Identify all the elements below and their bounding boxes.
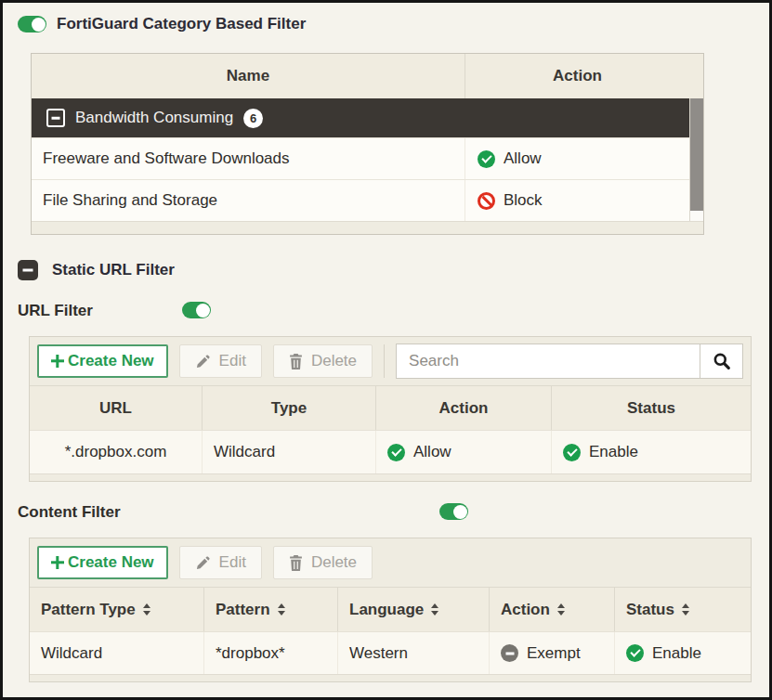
- pattern-type-cell: Wildcard: [30, 632, 204, 674]
- collapse-section-icon[interactable]: [18, 260, 38, 280]
- sort-icon[interactable]: [557, 603, 565, 616]
- create-new-label: Create New: [68, 553, 154, 572]
- url-filter-toggle[interactable]: [182, 302, 211, 318]
- block-icon: [478, 192, 495, 210]
- sort-icon[interactable]: [682, 603, 689, 616]
- pencil-icon: [195, 555, 211, 571]
- table-row[interactable]: Freeware and Software Downloads Allow: [32, 137, 689, 179]
- table-footer-strip: [32, 221, 703, 234]
- url-filter-table: URL Type Action Status *.dropbox.com Wil…: [30, 385, 751, 481]
- create-new-button[interactable]: Create New: [37, 344, 168, 378]
- column-header-status: Status: [552, 386, 751, 430]
- pattern-cell: *dropbox*: [204, 632, 338, 674]
- status-cell: Enable: [589, 443, 638, 461]
- content-filter-label: Content Filter: [18, 503, 121, 521]
- fortiguard-section-header: FortiGuard Category Based Filter: [18, 15, 769, 33]
- language-cell: Western: [338, 632, 490, 674]
- column-header-action: Action: [376, 386, 552, 430]
- delete-button[interactable]: Delete: [273, 546, 373, 579]
- enable-icon: [626, 644, 644, 662]
- column-header-name: Name: [32, 54, 465, 98]
- status-cell: Enable: [652, 644, 701, 663]
- content-table-header: Pattern Type Pattern Language Action Sta…: [30, 587, 751, 631]
- vertical-scrollbar[interactable]: [689, 98, 703, 221]
- delete-label: Delete: [311, 553, 357, 572]
- table-footer-strip: [30, 674, 751, 681]
- edit-button[interactable]: Edit: [179, 546, 262, 579]
- exempt-icon: [501, 644, 518, 662]
- table-footer-strip: [30, 473, 751, 481]
- table-row[interactable]: *.dropbox.com Wildcard Allow Enable: [30, 430, 751, 473]
- category-table-header: Name Action: [32, 54, 703, 98]
- column-header-url: URL: [30, 386, 203, 430]
- column-header-pattern-type[interactable]: Pattern Type: [30, 588, 204, 631]
- column-header-type: Type: [203, 386, 376, 430]
- create-new-label: Create New: [68, 352, 154, 370]
- allow-icon: [478, 150, 495, 168]
- search-box: [396, 344, 743, 379]
- sort-icon[interactable]: [143, 603, 150, 616]
- category-action: Allow: [504, 149, 542, 168]
- search-button[interactable]: [700, 344, 742, 378]
- category-name: File Sharing and Storage: [32, 180, 465, 221]
- category-group-label: Bandwidth Consuming: [75, 109, 233, 127]
- action-cell: Exempt: [527, 644, 581, 663]
- search-icon: [713, 352, 731, 370]
- type-cell: Wildcard: [203, 431, 376, 473]
- scrollbar-thumb[interactable]: [690, 98, 703, 211]
- content-filter-toggle[interactable]: [439, 503, 468, 520]
- category-name: Freeware and Software Downloads: [32, 138, 465, 179]
- create-new-button[interactable]: Create New: [37, 546, 168, 579]
- action-cell: Allow: [413, 443, 451, 461]
- url-filter-label: URL Filter: [18, 302, 93, 319]
- edit-label: Edit: [219, 553, 246, 572]
- toolbar-divider: [384, 344, 385, 378]
- category-table: Name Action Bandwidth Consuming 6 Freewa…: [31, 53, 704, 235]
- column-header-action: Action: [465, 54, 689, 98]
- url-filter-panel: Create New Edit Delete URL Type: [29, 336, 752, 482]
- allow-icon: [387, 444, 405, 461]
- column-header-status[interactable]: Status: [615, 588, 751, 631]
- pencil-icon: [195, 354, 211, 369]
- plus-icon: [51, 355, 64, 368]
- content-filter-table: Pattern Type Pattern Language Action Sta…: [30, 587, 751, 681]
- collapse-group-icon[interactable]: [46, 109, 65, 127]
- table-row[interactable]: Wildcard *dropbox* Western Exempt Enable: [30, 631, 751, 674]
- content-filter-toolbar: Create New Edit Delete: [30, 538, 751, 587]
- url-cell: *.dropbox.com: [30, 431, 203, 473]
- column-header-pattern[interactable]: Pattern: [204, 588, 338, 631]
- category-group-row[interactable]: Bandwidth Consuming 6: [32, 98, 689, 137]
- fortiguard-toggle[interactable]: [18, 16, 46, 32]
- trash-icon: [289, 354, 303, 369]
- plus-icon: [51, 556, 64, 569]
- enable-icon: [563, 444, 581, 461]
- content-filter-panel: Create New Edit Delete Pattern Type Patt…: [29, 538, 752, 682]
- category-table-body: Bandwidth Consuming 6 Freeware and Softw…: [32, 98, 703, 221]
- delete-label: Delete: [311, 352, 357, 370]
- static-url-section-title: Static URL Filter: [52, 261, 175, 279]
- url-table-header: URL Type Action Status: [30, 385, 751, 430]
- search-input[interactable]: [397, 344, 700, 378]
- sort-icon[interactable]: [278, 603, 285, 616]
- delete-button[interactable]: Delete: [273, 344, 373, 378]
- url-filter-row: URL Filter: [18, 302, 769, 320]
- static-url-section-header: Static URL Filter: [18, 260, 769, 280]
- sort-icon[interactable]: [431, 603, 438, 616]
- fortiguard-section-title: FortiGuard Category Based Filter: [57, 15, 306, 33]
- webfilter-profile-page: FortiGuard Category Based Filter Name Ac…: [0, 0, 772, 700]
- column-header-action[interactable]: Action: [490, 588, 615, 631]
- url-filter-toolbar: Create New Edit Delete: [30, 337, 751, 385]
- edit-label: Edit: [219, 352, 246, 370]
- category-action: Block: [504, 191, 543, 210]
- edit-button[interactable]: Edit: [179, 344, 262, 378]
- column-header-language[interactable]: Language: [338, 588, 490, 631]
- table-row[interactable]: File Sharing and Storage Block: [32, 179, 689, 221]
- category-count-badge: 6: [243, 109, 263, 128]
- content-filter-row: Content Filter: [18, 503, 769, 522]
- trash-icon: [289, 555, 303, 571]
